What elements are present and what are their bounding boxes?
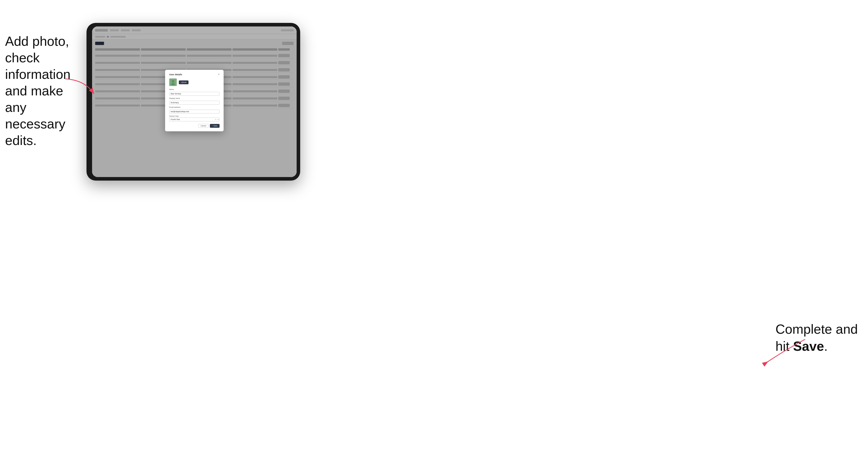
modal-title: User details: [169, 73, 182, 76]
close-icon[interactable]: ×: [218, 73, 220, 76]
name-input[interactable]: [169, 92, 220, 96]
email-label: Email address: [169, 106, 220, 108]
name-field-group: Name: [169, 89, 220, 96]
user-details-modal: User details × Upload: [165, 70, 224, 131]
svg-rect-3: [172, 82, 174, 84]
left-arrow: [64, 77, 95, 99]
school-year-select[interactable]: Fourth Year × ▾: [169, 118, 220, 121]
clear-icon[interactable]: ×: [214, 119, 217, 120]
modal-footer: Cancel ↑ Save: [169, 124, 220, 128]
profile-photo-thumbnail: [169, 79, 177, 86]
svg-point-1: [172, 80, 174, 82]
email-input[interactable]: [169, 110, 220, 114]
save-button[interactable]: ↑ Save: [210, 124, 220, 128]
name-label: Name: [169, 89, 220, 90]
display-name-label: Display name: [169, 97, 220, 99]
save-icon: ↑: [212, 125, 213, 127]
photo-section: Upload: [169, 79, 220, 86]
school-year-field-group: School Year Fourth Year × ▾: [169, 115, 220, 121]
upload-photo-button[interactable]: Upload: [179, 81, 188, 84]
display-name-field-group: Display name: [169, 97, 220, 104]
email-field-group: Email address: [169, 106, 220, 114]
tablet-device: User details × Upload: [87, 23, 300, 181]
school-year-value: Fourth Year: [169, 118, 214, 121]
tablet-screen: User details × Upload: [92, 27, 297, 177]
right-arrow: [766, 337, 806, 368]
display-name-input[interactable]: [169, 101, 220, 104]
school-year-label: School Year: [169, 115, 220, 117]
modal-header: User details ×: [169, 73, 220, 76]
chevron-down-icon: ▾: [217, 119, 219, 120]
cancel-button[interactable]: Cancel: [198, 124, 209, 128]
